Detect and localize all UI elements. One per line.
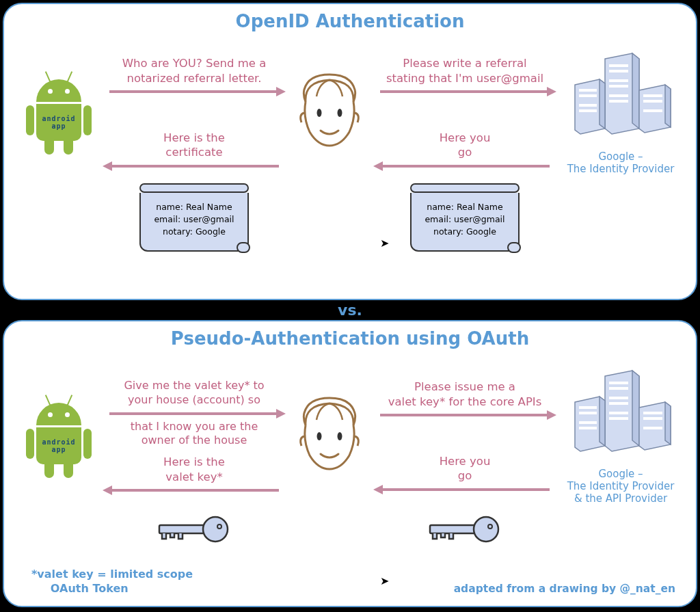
- openid-title: OpenID Authentication: [18, 11, 682, 31]
- svg-rect-26: [579, 427, 597, 429]
- svg-rect-27: [643, 412, 662, 414]
- msg-user-to-provider: Please issue me a valet key* for the cor…: [388, 380, 542, 409]
- svg-rect-24: [579, 412, 597, 414]
- svg-rect-18: [609, 387, 628, 390]
- msg-user-to-provider: Please write a referral stating that I'm…: [386, 56, 543, 85]
- arrow-user-to-app-icon: [104, 485, 284, 495]
- arrow-app-to-user-icon: [104, 409, 284, 418]
- svg-rect-3: [609, 70, 628, 72]
- arrow-user-to-provider-icon: [375, 410, 555, 420]
- android-label-2: app: [51, 122, 66, 130]
- android-label-2: app: [51, 446, 66, 453]
- svg-rect-33: [430, 525, 476, 533]
- certificate-scroll-right: name: Real Name email: user@gmail notary…: [410, 183, 520, 252]
- cert-name: name: Real Name: [146, 201, 242, 213]
- svg-rect-23: [579, 406, 597, 409]
- svg-point-15: [317, 432, 322, 440]
- oauth-left-messages: Give me the valet key* to your house (ac…: [100, 379, 288, 495]
- openid-flow-row: android app Who are YOU? Send me a notar…: [18, 52, 682, 175]
- svg-rect-25: [579, 421, 597, 424]
- valet-key-right-icon: [427, 513, 502, 547]
- arrow-user-to-provider-icon: [375, 87, 555, 96]
- certificate-scroll-left: name: Real Name email: user@gmail notary…: [139, 183, 249, 252]
- openid-right-messages: Please write a referral stating that I'm…: [371, 56, 559, 171]
- svg-rect-12: [643, 94, 662, 97]
- svg-rect-9: [579, 94, 597, 97]
- user-face-icon: [292, 69, 367, 158]
- cert-email: email: user@gmail: [417, 213, 513, 226]
- svg-point-34: [474, 517, 498, 542]
- user-face-icon: [292, 393, 367, 481]
- valet-key-footnote: *valet key = limited scope OAuth Token: [31, 568, 193, 596]
- svg-rect-29: [643, 427, 662, 429]
- svg-rect-10: [579, 104, 597, 107]
- msg-app-to-user-cont: that I know you are the owner of the hou…: [131, 420, 258, 449]
- buildings-icon: [563, 369, 679, 465]
- openid-panel: OpenID Authentication android app Who ar…: [3, 3, 697, 300]
- arrow-user-to-app-icon: [104, 161, 284, 171]
- vs-separator: vs.: [3, 302, 697, 319]
- svg-rect-28: [643, 417, 662, 420]
- svg-rect-20: [609, 402, 628, 405]
- msg-user-to-app: Here is the valet key*: [163, 455, 225, 484]
- cert-name: name: Real Name: [417, 201, 513, 213]
- android-label-1: android: [42, 438, 75, 446]
- arrow-provider-to-user-icon: [375, 161, 555, 171]
- svg-rect-11: [579, 109, 597, 112]
- arrow-app-to-user-icon: [104, 87, 284, 96]
- android-app-actor: android app: [18, 72, 100, 155]
- oauth-flow-row: android app Give me the valet key* to yo…: [18, 369, 682, 505]
- msg-app-to-user: Who are YOU? Send me a notarized referra…: [122, 56, 267, 85]
- provider-label: Google – The Identity Provider & the API…: [567, 468, 675, 505]
- oauth-keys-row: [18, 513, 682, 547]
- cert-notary: notary: Google: [417, 226, 513, 238]
- arrow-provider-to-user-icon: [375, 485, 555, 494]
- user-actor: [288, 393, 371, 481]
- svg-point-31: [203, 517, 228, 542]
- svg-rect-19: [609, 397, 628, 399]
- cursor-icon: ➤: [380, 574, 389, 587]
- svg-rect-2: [609, 64, 628, 67]
- attribution: adapted from a drawing by @_nat_en: [454, 583, 675, 595]
- oauth-right-messages: Please issue me a valet key* for the cor…: [371, 380, 559, 494]
- svg-rect-7: [609, 100, 628, 103]
- provider-actor: Google – The Identity Provider: [559, 52, 682, 175]
- android-label-1: android: [42, 115, 75, 122]
- msg-provider-to-user: Here you go: [440, 131, 491, 160]
- svg-rect-4: [609, 79, 628, 82]
- svg-rect-6: [609, 94, 628, 97]
- svg-point-1: [338, 109, 342, 117]
- openid-left-messages: Who are YOU? Send me a notarized referra…: [100, 56, 288, 171]
- svg-rect-17: [609, 382, 628, 384]
- svg-rect-14: [643, 109, 662, 112]
- openid-certs-row: name: Real Name email: user@gmail notary…: [18, 183, 682, 252]
- buildings-icon: [563, 52, 679, 148]
- msg-app-to-user: Give me the valet key* to your house (ac…: [124, 379, 264, 408]
- oauth-title: Pseudo-Authentication using OAuth: [18, 328, 682, 349]
- android-app-actor: android app: [18, 396, 100, 478]
- cert-notary: notary: Google: [146, 226, 242, 238]
- svg-rect-21: [609, 412, 628, 414]
- svg-rect-8: [579, 89, 597, 92]
- provider-label: Google – The Identity Provider: [567, 150, 675, 175]
- msg-user-to-app: Here is the certificate: [163, 131, 225, 160]
- svg-point-16: [338, 432, 342, 440]
- svg-rect-22: [609, 417, 628, 420]
- svg-rect-13: [643, 100, 662, 103]
- valet-key-left-icon: [157, 513, 232, 547]
- svg-rect-5: [609, 85, 628, 88]
- user-actor: [288, 69, 371, 158]
- provider-actor: Google – The Identity Provider & the API…: [559, 369, 682, 505]
- oauth-panel: Pseudo-Authentication using OAuth androi…: [3, 320, 697, 607]
- cert-email: email: user@gmail: [146, 213, 242, 226]
- svg-point-0: [317, 109, 322, 117]
- msg-provider-to-user: Here you go: [440, 454, 491, 483]
- android-robot-icon: android app: [26, 72, 92, 155]
- svg-rect-30: [159, 525, 206, 533]
- android-robot-icon: android app: [26, 396, 92, 478]
